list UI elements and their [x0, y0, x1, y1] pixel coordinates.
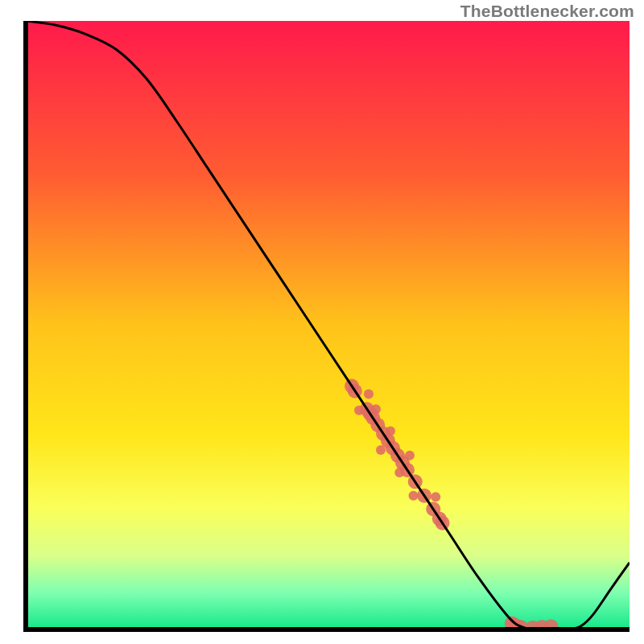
data-point [364, 389, 374, 398]
bottleneck-chart: TheBottlenecker.com [0, 0, 644, 644]
data-point [409, 491, 419, 501]
watermark-label: TheBottlenecker.com [460, 2, 634, 21]
chart-svg [0, 0, 644, 644]
data-point [431, 492, 440, 502]
gradient-background [26, 21, 630, 630]
